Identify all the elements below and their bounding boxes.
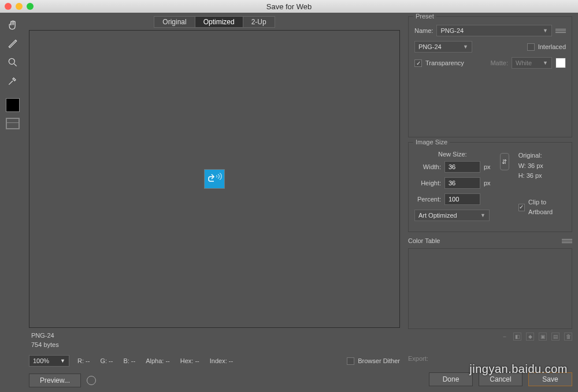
foreground-color-swatch[interactable]: [6, 98, 20, 112]
tab-optimized[interactable]: Optimized: [195, 17, 243, 27]
done-button[interactable]: Done: [429, 372, 473, 386]
readout-b: B: --: [123, 357, 135, 364]
hand-tool-icon[interactable]: [5, 17, 21, 33]
readout-g: G: --: [100, 357, 113, 364]
tab-2up[interactable]: 2-Up: [243, 17, 275, 27]
zoom-value: 100%: [33, 357, 49, 364]
tool-strip: [0, 13, 25, 392]
tab-original[interactable]: Original: [154, 17, 195, 27]
preset-menu-icon[interactable]: [555, 27, 566, 35]
zoom-tool-icon[interactable]: [5, 54, 21, 70]
window-title: Save for Web: [0, 2, 578, 11]
preview-button[interactable]: Preview...: [29, 374, 81, 387]
ct-icon-0: –: [501, 333, 509, 341]
constrain-proportions-icon[interactable]: ⇵: [500, 153, 509, 170]
format-dropdown[interactable]: PNG-24▼: [414, 41, 472, 53]
matte-swatch: [555, 58, 566, 68]
original-height: H: 36 px: [518, 171, 566, 181]
matte-dropdown: White▼: [512, 57, 552, 69]
color-table-body: [408, 248, 572, 329]
color-readouts: R: -- G: -- B: -- Alpha: -- Hex: -- Inde…: [77, 357, 233, 364]
size-info: 754 bytes: [31, 341, 400, 349]
toggle-slices-icon[interactable]: [6, 118, 20, 129]
interlaced-checkbox[interactable]: [527, 43, 535, 51]
image-size-panel-title: Image Size: [413, 139, 450, 145]
ct-map-transparent-icon[interactable]: ▣: [539, 333, 547, 341]
export-label: Export:: [408, 355, 428, 362]
clip-artboard-checkbox[interactable]: [518, 204, 525, 211]
percent-label: Percent:: [414, 196, 441, 203]
cancel-button[interactable]: Cancel: [479, 372, 523, 386]
ct-snap-web-icon[interactable]: ◧: [513, 333, 521, 341]
interlaced-label: Interlaced: [538, 43, 566, 50]
eyedropper-tool-icon[interactable]: [5, 73, 21, 89]
view-tabs: Original Optimized 2-Up: [154, 16, 275, 28]
matte-label: Matte:: [490, 59, 508, 66]
ct-lock-icon[interactable]: ◆: [526, 333, 534, 341]
ct-new-color-icon[interactable]: ▤: [551, 333, 560, 341]
format-info: PNG-24: [31, 331, 400, 340]
new-size-label: New Size:: [414, 151, 491, 158]
width-input[interactable]: [444, 161, 480, 173]
readout-hex: Hex: --: [180, 357, 199, 364]
quality-dropdown[interactable]: Art Optimized▼: [414, 210, 490, 221]
quality-value: Art Optimized: [418, 212, 457, 219]
width-unit: px: [484, 163, 491, 170]
transparency-checkbox[interactable]: [414, 59, 422, 67]
preset-name-label: Name:: [414, 27, 433, 34]
preview-canvas[interactable]: [29, 30, 400, 328]
preview-image: [205, 170, 224, 188]
browser-dither-checkbox[interactable]: [347, 357, 354, 365]
zoom-dropdown[interactable]: 100%▼: [29, 355, 69, 367]
clip-artboard-label: Clip to Artboard: [528, 197, 566, 218]
preset-panel-title: Preset: [413, 13, 436, 20]
percent-input[interactable]: [444, 193, 480, 205]
transparency-label: Transparency: [425, 59, 464, 66]
svg-point-0: [9, 58, 14, 64]
color-table-title: Color Table: [408, 237, 440, 244]
height-input[interactable]: [444, 177, 480, 189]
slice-tool-icon[interactable]: [5, 36, 21, 52]
preset-name-dropdown[interactable]: PNG-24▼: [436, 25, 552, 36]
readout-alpha: Alpha: --: [146, 357, 170, 364]
ct-delete-icon[interactable]: 🗑: [564, 333, 572, 341]
browser-dither-label: Browser Dither: [358, 357, 400, 364]
matte-value: White: [516, 59, 532, 66]
browser-preview-icon[interactable]: [87, 376, 96, 385]
save-button[interactable]: Save: [528, 372, 572, 386]
original-label: Original:: [518, 151, 566, 161]
preset-name-value: PNG-24: [440, 27, 464, 34]
height-label: Height:: [414, 180, 441, 186]
original-width: W: 36 px: [518, 161, 566, 171]
readout-index: Index: --: [210, 357, 233, 364]
width-label: Width:: [414, 163, 441, 170]
color-table-menu-icon[interactable]: [562, 237, 572, 245]
readout-r: R: --: [77, 357, 90, 364]
height-unit: px: [484, 180, 491, 186]
format-value: PNG-24: [418, 43, 442, 50]
